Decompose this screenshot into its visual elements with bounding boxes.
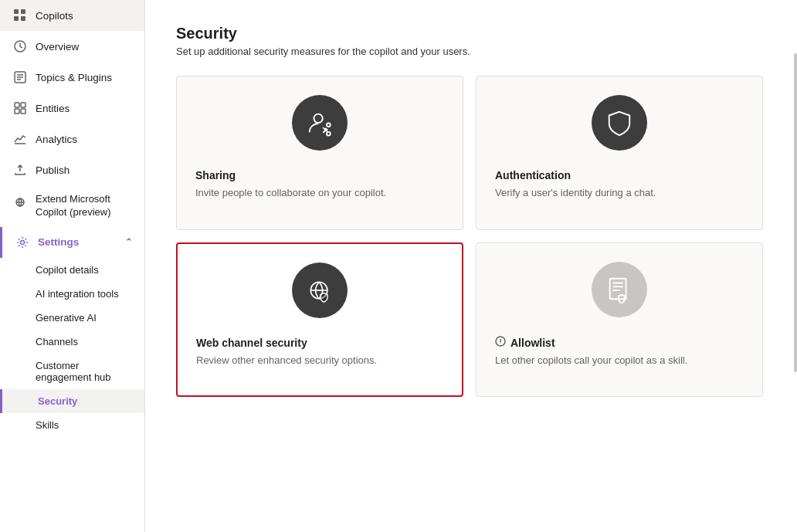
svg-rect-6 (15, 103, 19, 107)
web-channel-card-title: Web channel security (196, 337, 307, 349)
sidebar-sub-item-generative-ai[interactable]: Generative AI (0, 306, 144, 330)
settings-icon (15, 235, 30, 250)
allowlist-card-title-row: Allowlist (495, 336, 555, 349)
sidebar-item-label: Extend Microsoft Copilot (preview) (36, 193, 132, 219)
svg-rect-7 (21, 103, 25, 107)
svg-rect-9 (21, 109, 25, 114)
web-channel-security-card[interactable]: Web channel security Review other enhanc… (176, 242, 463, 397)
allowlist-icon-circle (592, 262, 647, 317)
sidebar-sub-item-ai-integration[interactable]: AI integration tools (0, 282, 144, 306)
svg-point-15 (327, 132, 331, 136)
page-title: Security (176, 25, 766, 42)
sharing-card-desc: Invite people to collaborate on your cop… (195, 186, 386, 200)
sidebar-item-label: Analytics (36, 134, 77, 145)
allowlist-card-title: Allowlist (510, 337, 555, 349)
sub-item-label: Generative AI (36, 312, 97, 324)
sub-item-label: Security (38, 395, 77, 407)
sub-item-label: Channels (36, 336, 78, 347)
web-channel-icon-circle (292, 263, 348, 318)
sub-item-label: Customer engagement hub (36, 360, 132, 383)
svg-point-11 (21, 240, 25, 244)
svg-rect-3 (21, 16, 25, 21)
svg-point-14 (327, 123, 331, 127)
sidebar-sub-item-security[interactable]: Security (0, 389, 144, 413)
main-content: Security Set up additional security meas… (145, 0, 797, 532)
sub-item-label: AI integration tools (36, 288, 119, 300)
sub-item-label: Skills (36, 419, 59, 431)
sub-item-label: Copilot details (36, 264, 99, 276)
sidebar-item-entities[interactable]: Entities (0, 93, 144, 124)
chevron-up-icon: ⌃ (125, 237, 132, 247)
grid-icon (12, 8, 28, 23)
sidebar-item-publish[interactable]: Publish (0, 154, 144, 185)
authentication-icon-circle (592, 95, 647, 151)
sidebar-sub-item-skills[interactable]: Skills (0, 413, 144, 437)
sidebar-item-label: Topics & Plugins (36, 72, 112, 83)
svg-rect-0 (14, 9, 19, 14)
extend-icon (12, 195, 28, 210)
page-subtitle: Set up additional security measures for … (176, 46, 766, 57)
sharing-card-title: Sharing (195, 169, 236, 181)
sidebar-item-settings[interactable]: Settings ⌃ (0, 227, 144, 258)
sidebar-sub-item-channels[interactable]: Channels (0, 330, 144, 354)
authentication-card[interactable]: Authentication Verify a user's identity … (476, 76, 763, 230)
sidebar-item-extend[interactable]: Extend Microsoft Copilot (preview) (0, 185, 144, 227)
allowlist-card[interactable]: Allowlist Let other copilots call your c… (476, 242, 763, 397)
overview-icon (12, 39, 28, 54)
sharing-icon-circle (292, 95, 348, 151)
sidebar-sub-item-copilot-details[interactable]: Copilot details (0, 258, 144, 282)
sharing-card[interactable]: Sharing Invite people to collaborate on … (176, 76, 463, 230)
sidebar-item-label: Overview (36, 41, 79, 53)
svg-point-12 (314, 114, 322, 123)
allowlist-icon (495, 336, 506, 349)
svg-rect-8 (15, 109, 19, 114)
sidebar-item-analytics[interactable]: Analytics (0, 124, 144, 154)
sidebar-sub-item-customer-engagement[interactable]: Customer engagement hub (0, 354, 144, 389)
svg-rect-1 (21, 9, 25, 14)
sidebar-item-label: Entities (36, 103, 70, 114)
cards-grid: Sharing Invite people to collaborate on … (176, 76, 763, 397)
sidebar-item-topics[interactable]: Topics & Plugins (0, 62, 144, 93)
sidebar: Copilots Overview Topics & Plugins (0, 0, 145, 532)
sidebar-item-label: Publish (36, 164, 70, 176)
entities-icon (12, 100, 28, 116)
authentication-card-title: Authentication (495, 169, 571, 181)
svg-rect-2 (14, 16, 19, 21)
sidebar-item-copilots[interactable]: Copilots (0, 0, 144, 31)
sidebar-item-label: Settings (38, 236, 79, 248)
analytics-icon (12, 131, 28, 147)
sidebar-item-overview[interactable]: Overview (0, 31, 144, 62)
publish-icon (12, 162, 28, 178)
allowlist-card-desc: Let other copilots call your copilot as … (495, 354, 687, 368)
authentication-card-desc: Verify a user's identity during a chat. (495, 186, 656, 200)
sidebar-item-label: Copilots (36, 10, 73, 22)
topics-icon (12, 69, 28, 85)
web-channel-card-desc: Review other enhanced security options. (196, 354, 377, 368)
